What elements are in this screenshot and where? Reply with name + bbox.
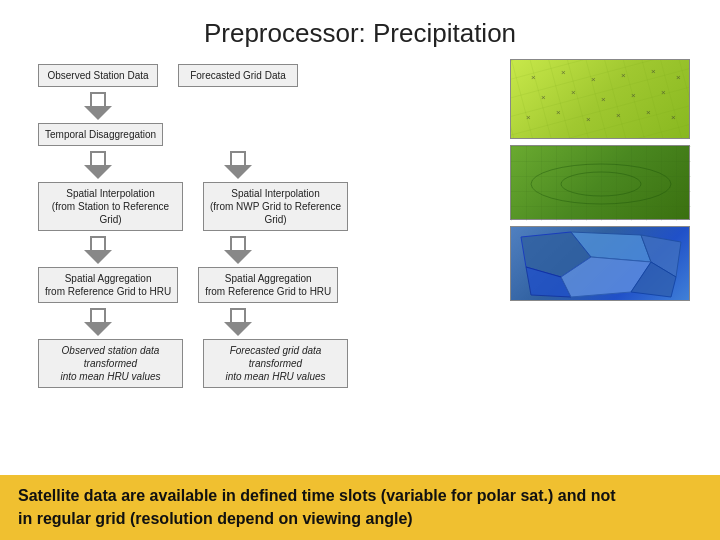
svg-text:×: × [541,93,546,102]
hru-image [510,226,690,301]
svg-text:×: × [671,113,676,122]
svg-text:×: × [676,73,681,82]
forecasted-grid-box: Forecasted Grid Data [178,64,298,87]
arrow-spatialagg-output-left [84,308,112,336]
svg-text:×: × [646,108,651,117]
svg-text:×: × [631,91,636,100]
svg-rect-22 [511,146,691,221]
grid-image-top: ××× ××× ××× ×× ××× ××× [510,59,690,139]
svg-text:×: × [661,88,666,97]
spatial-interp-right-box: Spatial Interpolation (from NWP Grid to … [203,182,348,231]
output-left-box: Observed station data transformed into m… [38,339,183,388]
svg-text:×: × [556,108,561,117]
arrow-temporal-spatialinterp-left [84,151,112,179]
page-title: Preprocessor: Precipitation [0,0,720,59]
spatial-agg-right-box: Spatial Aggregation from Reference Grid … [198,267,338,303]
arrow-observed-temporal [84,92,112,120]
temporal-disagg-box: Temporal Disaggregation [38,123,163,146]
svg-text:×: × [651,67,656,76]
arrow-spatialinterp-spatialagg-right [224,236,252,264]
arrow-forecasted-spatialinterp-right [224,151,252,179]
spatial-interp-left-box: Spatial Interpolation (from Station to R… [38,182,183,231]
svg-text:×: × [561,68,566,77]
svg-text:×: × [621,71,626,80]
images-panel: ××× ××× ××× ×× ××× ××× [490,59,710,459]
banner-line2: in regular grid (resolution depend on vi… [18,510,413,527]
arrow-spatialinterp-spatialagg-left [84,236,112,264]
svg-text:×: × [526,113,531,122]
observed-station-box: Observed Station Data [38,64,158,87]
svg-text:×: × [601,95,606,104]
banner-line1: Satellite data are available in defined … [18,487,616,504]
arrow-spatialagg-output-right [224,308,252,336]
svg-text:×: × [586,115,591,124]
terrain-image [510,145,690,220]
flow-diagram: Observed Station Data Forecasted Grid Da… [10,59,490,459]
svg-text:×: × [616,111,621,120]
output-right-box: Forecasted grid data transformed into me… [203,339,348,388]
spatial-agg-left-box: Spatial Aggregation from Reference Grid … [38,267,178,303]
bottom-banner: Satellite data are available in defined … [0,475,720,540]
svg-text:×: × [571,88,576,97]
svg-text:×: × [591,75,596,84]
svg-text:×: × [531,73,536,82]
